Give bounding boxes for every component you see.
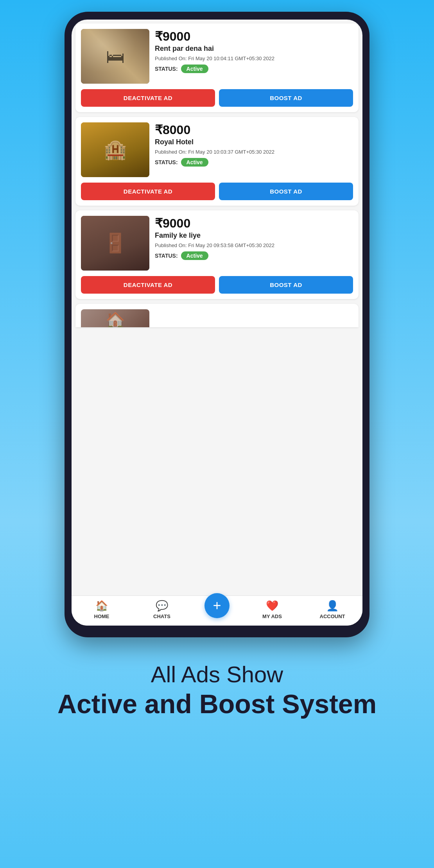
boost-btn-2[interactable]: BOOST AD bbox=[219, 183, 353, 200]
nav-account[interactable]: 👤 ACCOUNT bbox=[315, 600, 350, 619]
ad-title-3: Family ke liye bbox=[155, 231, 353, 240]
deactivate-btn-2[interactable]: DEACTIVATE AD bbox=[81, 183, 215, 200]
bottom-text-line2: Active and Boost System bbox=[57, 688, 377, 720]
ad-status-label-2: STATUS: bbox=[155, 159, 178, 165]
ad-status-row-2: STATUS: Active bbox=[155, 158, 353, 167]
ad-card-1-buttons: DEACTIVATE AD BOOST AD bbox=[81, 89, 353, 107]
bottom-text-section: All Ads Show Active and Boost System bbox=[34, 653, 400, 728]
bottom-nav: 🏠 HOME 💬 CHATS + ❤️ MY ADS 👤 ACCOUNT bbox=[72, 595, 362, 626]
chats-icon: 💬 bbox=[156, 600, 168, 612]
boost-btn-1[interactable]: BOOST AD bbox=[219, 89, 353, 107]
ad-title-2: Royal Hotel bbox=[155, 138, 353, 146]
boost-btn-3[interactable]: BOOST AD bbox=[219, 276, 353, 294]
nav-my-ads-label: MY ADS bbox=[262, 613, 282, 619]
ad-status-label-3: STATUS: bbox=[155, 253, 178, 259]
ad-price-3: ₹9000 bbox=[155, 216, 353, 231]
ad-status-label-1: STATUS: bbox=[155, 66, 178, 72]
ad-price-2: ₹8000 bbox=[155, 122, 353, 137]
ad-card-2-top: ₹8000 Royal Hotel Published On: Fri May … bbox=[81, 122, 353, 177]
ad-card-2-buttons: DEACTIVATE AD BOOST AD bbox=[81, 183, 353, 200]
nav-add-button[interactable]: + bbox=[204, 593, 230, 618]
ad-card-3-top: ₹9000 Family ke liye Published On: Fri M… bbox=[81, 216, 353, 271]
ad-price-1: ₹9000 bbox=[155, 29, 353, 44]
nav-chats-label: CHATS bbox=[153, 613, 170, 619]
ad-status-badge-1: Active bbox=[181, 65, 208, 73]
ad-status-badge-3: Active bbox=[181, 251, 208, 260]
phone-screen: ₹9000 Rent par dena hai Published On: Fr… bbox=[72, 20, 362, 626]
account-icon: 👤 bbox=[326, 600, 339, 612]
ad-card-partial-top bbox=[81, 309, 353, 327]
ad-info-3: ₹9000 Family ke liye Published On: Fri M… bbox=[155, 216, 353, 271]
bottom-text-line1: All Ads Show bbox=[57, 661, 377, 688]
nav-home[interactable]: 🏠 HOME bbox=[84, 600, 119, 619]
ad-image-3 bbox=[81, 216, 149, 271]
ad-info-2: ₹8000 Royal Hotel Published On: Fri May … bbox=[155, 122, 353, 177]
ad-status-row-3: STATUS: Active bbox=[155, 251, 353, 260]
ad-status-badge-2: Active bbox=[181, 158, 208, 167]
ad-published-3: Published On: Fri May 20 09:53:58 GMT+05… bbox=[155, 242, 353, 249]
phone-shell: ₹9000 Rent par dena hai Published On: Fr… bbox=[65, 12, 369, 637]
ad-title-1: Rent par dena hai bbox=[155, 45, 353, 53]
plus-icon: + bbox=[213, 599, 221, 613]
ad-card-2: ₹8000 Royal Hotel Published On: Fri May … bbox=[75, 117, 359, 206]
ad-card-1-top: ₹9000 Rent par dena hai Published On: Fr… bbox=[81, 29, 353, 84]
ad-status-row-1: STATUS: Active bbox=[155, 65, 353, 73]
ad-card-3-buttons: DEACTIVATE AD BOOST AD bbox=[81, 276, 353, 294]
deactivate-btn-3[interactable]: DEACTIVATE AD bbox=[81, 276, 215, 294]
ad-image-1 bbox=[81, 29, 149, 84]
nav-account-label: ACCOUNT bbox=[320, 613, 345, 619]
deactivate-btn-1[interactable]: DEACTIVATE AD bbox=[81, 89, 215, 107]
screen-content: ₹9000 Rent par dena hai Published On: Fr… bbox=[72, 20, 362, 592]
ad-published-1: Published On: Fri May 20 10:04:11 GMT+05… bbox=[155, 55, 353, 62]
ad-card-1: ₹9000 Rent par dena hai Published On: Fr… bbox=[75, 23, 359, 112]
ad-card-3: ₹9000 Family ke liye Published On: Fri M… bbox=[75, 210, 359, 299]
home-icon: 🏠 bbox=[95, 600, 108, 612]
ad-published-2: Published On: Fri May 20 10:03:37 GMT+05… bbox=[155, 149, 353, 156]
ad-card-partial bbox=[75, 304, 359, 327]
ad-image-4 bbox=[81, 309, 149, 327]
ad-info-1: ₹9000 Rent par dena hai Published On: Fr… bbox=[155, 29, 353, 84]
nav-chats[interactable]: 💬 CHATS bbox=[144, 600, 179, 619]
heart-icon: ❤️ bbox=[266, 600, 278, 612]
ad-image-2 bbox=[81, 122, 149, 177]
nav-my-ads[interactable]: ❤️ MY ADS bbox=[255, 600, 290, 619]
nav-home-label: HOME bbox=[94, 613, 109, 619]
